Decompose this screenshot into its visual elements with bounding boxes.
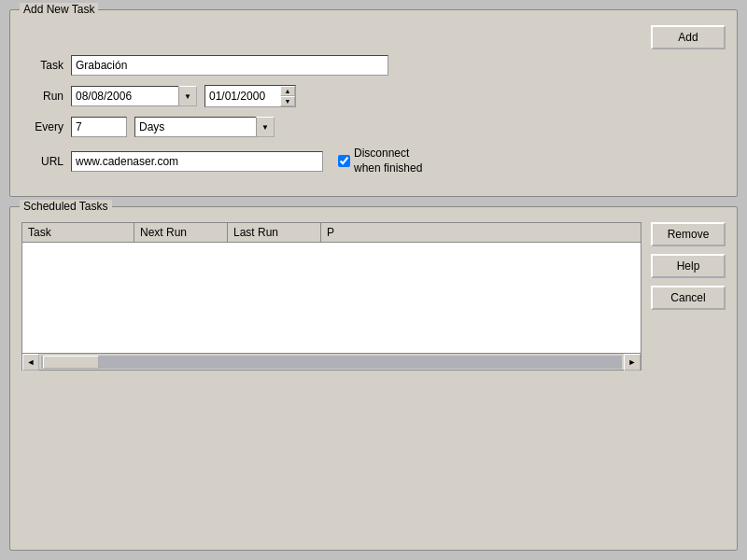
col-last-run: Last Run: [228, 223, 321, 242]
table-body: [21, 242, 641, 354]
run-date-field: 08/08/2006: [71, 86, 178, 106]
side-buttons: Remove Help Cancel: [651, 222, 726, 371]
scheduled-table-area: Task Next Run Last Run P ◄ ►: [21, 222, 641, 371]
add-new-task-group: Add New Task Add Task Run 08/08/2006 ▲ ▼…: [9, 9, 738, 197]
help-button[interactable]: Help: [651, 254, 726, 278]
task-label: Task: [21, 59, 63, 72]
every-row: Every Days: [21, 117, 726, 137]
run-row: Run 08/08/2006 ▲ ▼: [21, 85, 726, 107]
task-row: Task: [21, 55, 726, 76]
col-p: P: [321, 223, 349, 242]
scroll-left-btn[interactable]: ◄: [22, 354, 39, 371]
run-time-spinner-buttons: ▲ ▼: [280, 86, 295, 106]
disconnect-wrapper: Disconnect when finished: [338, 147, 438, 175]
table-header: Task Next Run Last Run P: [21, 222, 641, 242]
url-row: URL Disconnect when finished: [21, 147, 726, 175]
col-next-run: Next Run: [134, 223, 228, 242]
run-time-spinner: ▲ ▼: [204, 85, 296, 107]
scheduled-inner: Task Next Run Last Run P ◄ ► Remove Help…: [21, 222, 726, 371]
run-date-dropdown-btn[interactable]: [178, 86, 197, 106]
url-input[interactable]: [71, 151, 323, 172]
task-input[interactable]: [71, 55, 388, 76]
run-time-input[interactable]: [205, 87, 280, 105]
run-date-dropdown: 08/08/2006: [71, 86, 197, 106]
scroll-thumb[interactable]: [43, 356, 99, 369]
scroll-track: [41, 356, 622, 369]
disconnect-label: Disconnect when finished: [354, 147, 438, 175]
run-time-down-btn[interactable]: ▼: [280, 96, 295, 106]
disconnect-checkbox[interactable]: [338, 155, 350, 167]
scroll-right-btn[interactable]: ►: [624, 354, 641, 371]
add-button[interactable]: Add: [651, 25, 726, 49]
every-label: Every: [21, 120, 63, 133]
add-new-task-title: Add New Task: [20, 3, 98, 16]
run-label: Run: [21, 90, 63, 103]
url-label: URL: [21, 155, 63, 168]
every-unit-field: Days: [134, 117, 256, 137]
every-input[interactable]: [71, 117, 127, 137]
scheduled-tasks-title: Scheduled Tasks: [20, 200, 112, 213]
run-time-up-btn[interactable]: ▲: [280, 86, 295, 96]
every-unit-dropdown: Days: [134, 117, 275, 137]
every-unit-dropdown-btn[interactable]: [256, 117, 275, 137]
cancel-button[interactable]: Cancel: [651, 286, 726, 310]
table-scrollbar: ◄ ►: [21, 354, 641, 371]
col-task: Task: [22, 223, 134, 242]
scheduled-tasks-group: Scheduled Tasks Task Next Run Last Run P…: [9, 206, 738, 551]
remove-button[interactable]: Remove: [651, 222, 726, 246]
